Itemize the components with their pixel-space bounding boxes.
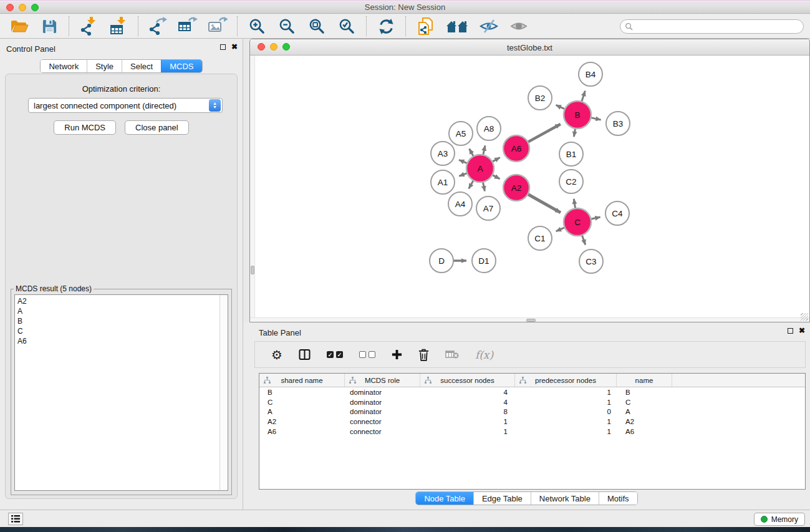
show-graphics-details-icon[interactable] bbox=[508, 16, 529, 36]
graph-node-A7[interactable]: A7 bbox=[476, 196, 500, 220]
network-horizontal-scrollbar[interactable] bbox=[250, 317, 809, 322]
table-row[interactable]: Adominator80A bbox=[259, 407, 805, 417]
close-panel-icon[interactable]: ✖ bbox=[231, 43, 238, 51]
function-builder-icon[interactable]: f(x) bbox=[475, 349, 493, 361]
export-table-icon[interactable] bbox=[177, 16, 198, 36]
graph-node-A2[interactable]: A2 bbox=[503, 175, 529, 201]
network-window-titlebar[interactable]: testGlobe.txt bbox=[250, 39, 809, 56]
table-cell[interactable]: 0 bbox=[515, 408, 617, 415]
graph-node-A8[interactable]: A8 bbox=[477, 117, 501, 140]
graph-node-D1[interactable]: D1 bbox=[472, 249, 496, 273]
resize-grip-icon[interactable] bbox=[801, 313, 808, 321]
table-cell[interactable]: A2 bbox=[259, 418, 345, 425]
table-cell[interactable]: 1 bbox=[515, 399, 617, 406]
column-header-name[interactable]: name bbox=[617, 374, 672, 387]
search-input[interactable] bbox=[635, 22, 803, 31]
graph-edge[interactable] bbox=[459, 160, 468, 163]
import-table-icon[interactable] bbox=[108, 16, 129, 36]
table-row[interactable]: Cdominator41C bbox=[259, 397, 805, 407]
table-cell[interactable]: A6 bbox=[617, 428, 672, 435]
refresh-view-icon[interactable] bbox=[375, 16, 397, 36]
graph-node-C4[interactable]: C4 bbox=[605, 201, 629, 225]
table-row[interactable]: A2connector11A2 bbox=[259, 417, 805, 427]
table-cell[interactable]: 8 bbox=[420, 408, 515, 415]
graph-node-A6[interactable]: A6 bbox=[503, 135, 529, 162]
deselect-all-icon[interactable] bbox=[359, 351, 375, 358]
table-cell[interactable]: B bbox=[259, 389, 345, 396]
vertical-scroll-thumb[interactable] bbox=[251, 266, 254, 274]
graph-edge[interactable] bbox=[528, 194, 561, 213]
graph-node-B3[interactable]: B3 bbox=[606, 112, 630, 135]
tab-motifs[interactable]: Motifs bbox=[599, 492, 637, 505]
table-row[interactable]: Bdominator41B bbox=[259, 387, 805, 397]
graph-node-A4[interactable]: A4 bbox=[448, 192, 472, 216]
table-cell[interactable]: 1 bbox=[515, 389, 617, 396]
table-cell[interactable]: dominator bbox=[345, 389, 420, 396]
graph-edge[interactable] bbox=[470, 148, 474, 156]
memory-button[interactable]: Memory bbox=[754, 513, 805, 526]
zoom-fit-icon[interactable] bbox=[306, 16, 327, 36]
result-list-item[interactable]: C bbox=[17, 326, 219, 336]
column-header-shared-name[interactable]: shared name bbox=[259, 374, 345, 387]
delete-table-icon[interactable] bbox=[445, 350, 459, 359]
column-header-successor-nodes[interactable]: successor nodes bbox=[420, 374, 515, 387]
horizontal-scroll-thumb[interactable] bbox=[526, 319, 536, 322]
table-cell[interactable]: 1 bbox=[420, 418, 515, 425]
table-cell[interactable]: dominator bbox=[345, 408, 420, 415]
table-cell[interactable]: A bbox=[617, 408, 672, 415]
export-network-icon[interactable] bbox=[147, 16, 168, 36]
graph-node-A[interactable]: A bbox=[466, 155, 494, 182]
table-cell[interactable]: 1 bbox=[515, 428, 617, 435]
table-cell[interactable]: connector bbox=[345, 418, 420, 425]
table-cell[interactable]: C bbox=[259, 399, 345, 406]
graph-node-B4[interactable]: B4 bbox=[579, 62, 602, 86]
tab-node-table[interactable]: Node Table bbox=[416, 492, 473, 505]
graph-edge[interactable] bbox=[492, 175, 499, 178]
graph-node-B1[interactable]: B1 bbox=[559, 142, 583, 166]
table-cell[interactable]: 4 bbox=[420, 399, 515, 406]
tab-mcds[interactable]: MCDS bbox=[161, 60, 201, 72]
network-graph[interactable]: B4B2BB3A8A5A6A3B1AA1C2A2A4A7C4CC1C3DD1 bbox=[250, 56, 809, 322]
graph-node-C1[interactable]: C1 bbox=[528, 226, 552, 250]
graph-edge[interactable] bbox=[459, 173, 467, 177]
table-cell[interactable]: A6 bbox=[259, 428, 345, 435]
tab-edge-table[interactable]: Edge Table bbox=[473, 492, 531, 505]
table-cell[interactable]: 1 bbox=[515, 418, 617, 425]
graph-edge[interactable] bbox=[582, 91, 586, 102]
import-network-icon[interactable] bbox=[78, 16, 99, 36]
graph-edge[interactable] bbox=[492, 157, 499, 162]
graph-edge[interactable] bbox=[483, 145, 485, 155]
table-cell[interactable]: dominator bbox=[345, 399, 420, 406]
graph-edge[interactable] bbox=[582, 235, 586, 245]
graph-node-A5[interactable]: A5 bbox=[449, 122, 473, 145]
tab-select[interactable]: Select bbox=[122, 60, 161, 72]
column-header-predecessor-nodes[interactable]: predecessor nodes bbox=[515, 374, 617, 387]
zoom-selected-icon[interactable] bbox=[336, 16, 357, 36]
select-all-icon[interactable]: ✓✓ bbox=[327, 351, 343, 358]
graph-edge[interactable] bbox=[591, 217, 600, 219]
float-table-panel-icon[interactable] bbox=[788, 328, 793, 334]
graph-node-C[interactable]: C bbox=[564, 208, 591, 236]
close-table-panel-icon[interactable]: ✖ bbox=[799, 327, 805, 334]
delete-column-icon[interactable] bbox=[418, 349, 429, 361]
graph-edge[interactable] bbox=[574, 128, 575, 137]
result-list-item[interactable]: A6 bbox=[17, 336, 219, 346]
task-history-button[interactable] bbox=[8, 513, 23, 525]
table-cell[interactable]: 1 bbox=[420, 428, 515, 435]
tab-style[interactable]: Style bbox=[87, 60, 122, 72]
result-list-item[interactable]: A bbox=[17, 306, 219, 316]
graph-edge[interactable] bbox=[528, 124, 560, 142]
clone-network-icon[interactable] bbox=[415, 16, 436, 36]
graph-node-A3[interactable]: A3 bbox=[431, 142, 455, 165]
table-cell[interactable]: A bbox=[259, 408, 345, 415]
tab-network[interactable]: Network bbox=[41, 60, 87, 72]
column-header-mcds-role[interactable]: MCDS role bbox=[345, 374, 420, 387]
table-cell[interactable]: connector bbox=[345, 428, 420, 435]
search-field[interactable] bbox=[620, 19, 804, 34]
graph-node-C3[interactable]: C3 bbox=[579, 249, 603, 273]
graph-node-B[interactable]: B bbox=[564, 101, 591, 128]
add-column-icon[interactable] bbox=[392, 349, 402, 360]
graph-edge[interactable] bbox=[469, 180, 474, 188]
graph-node-C2[interactable]: C2 bbox=[559, 170, 583, 193]
float-panel-icon[interactable] bbox=[220, 44, 226, 50]
